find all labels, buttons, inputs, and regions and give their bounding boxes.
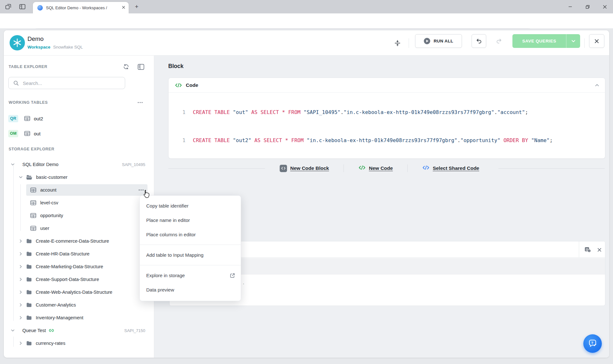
workspace-header: Demo Workspace Snowflake SQL RUN ALL SAV… (4, 30, 609, 56)
folder-icon (26, 302, 32, 307)
bucket-tag: SAPI_10495 (122, 162, 145, 167)
tree-label: account (40, 187, 57, 193)
chevron-right-icon[interactable] (18, 341, 23, 346)
tree-row-folder[interactable]: Create-E-commerce-Data-Structure (6, 235, 149, 247)
svg-text:?: ? (591, 341, 594, 345)
action-divider (407, 164, 408, 172)
menu-item-label: Add table to Input Mapping (146, 252, 203, 258)
app-page: Demo Workspace Snowflake SQL RUN ALL SAV… (0, 29, 613, 364)
tree-label: Create-Support-Data-Structure (36, 277, 99, 282)
save-queries-caret[interactable] (566, 34, 580, 48)
collapse-code-icon[interactable] (594, 82, 600, 88)
action-new-code-block[interactable]: New Code Block (280, 165, 329, 172)
undo-icon (476, 38, 482, 44)
divider-line (168, 168, 265, 169)
tree-label: Customer-Analytics (36, 302, 76, 307)
tree-row-folder-open[interactable]: basic-customer (6, 171, 149, 183)
header-divider-2 (584, 38, 585, 48)
chevron-down-icon[interactable] (10, 162, 15, 167)
chevron-right-icon[interactable] (18, 251, 23, 256)
split-view-icon[interactable] (392, 38, 403, 49)
table-info-icon[interactable] (583, 246, 592, 254)
menu-item-copy-table-identifier[interactable]: Copy table identifier (140, 199, 241, 213)
tree-label: Queue Test (22, 328, 46, 333)
chevron-right-icon[interactable] (18, 315, 23, 320)
chevron-right-icon[interactable] (18, 239, 23, 244)
menu-item-data-preview[interactable]: Data preview (140, 283, 241, 297)
sql-query-line[interactable]: 1CREATE TABLE "out" AS SELECT * FROM "SA… (169, 109, 605, 116)
tree-row-folder[interactable]: Customer-Analytics (6, 299, 149, 311)
vertical-tabs-icon[interactable] (18, 3, 26, 11)
tree-row-table[interactable]: user (6, 223, 149, 234)
menu-item-place-name-in-editor[interactable]: Place name in editor (140, 213, 241, 227)
tree-row-folder[interactable]: Inventory-Management (6, 312, 149, 323)
tree-row-project[interactable]: Queue TestSAPI_7150 (6, 325, 149, 336)
table-icon (30, 226, 36, 231)
chat-bubble-icon: ? (587, 338, 598, 349)
menu-item-add-table-to-input-mapping[interactable]: Add table to Input Mapping (140, 248, 241, 262)
tab-actions-icon[interactable] (4, 3, 12, 11)
close-workspace-button[interactable] (589, 34, 604, 48)
sql-code: CREATE TABLE "out2" AS SELECT * FROM "in… (193, 137, 553, 144)
tree-label: opportunity (40, 213, 63, 218)
sql-query-line[interactable]: 1CREATE TABLE "out2" AS SELECT * FROM "i… (169, 137, 605, 144)
tree-label: Create-E-commerce-Data-Structure (36, 239, 109, 244)
workspace-subtitle: Workspace Snowflake SQL (27, 45, 83, 49)
browser-tab[interactable]: SQL Editor Demo - Workspaces / (33, 2, 129, 13)
workspace-backend-label: Snowflake SQL (53, 45, 83, 49)
folder-icon (26, 251, 32, 256)
folder-icon (26, 315, 32, 320)
window-restore-button[interactable] (580, 0, 595, 13)
tab-title: SQL Editor Demo - Workspaces / (46, 5, 120, 10)
tree-label: level-csv (40, 200, 58, 205)
window-close-button[interactable] (597, 0, 612, 13)
menu-item-explore-in-storage[interactable]: Explore in storage (140, 268, 241, 283)
support-chat-button[interactable]: ? (583, 334, 602, 353)
redo-button[interactable] (492, 34, 506, 48)
save-queries-button[interactable]: SAVE QUERIES (512, 34, 580, 48)
new-tab-button[interactable]: + (132, 3, 141, 11)
undo-button[interactable] (472, 34, 486, 48)
tree-row-folder[interactable]: Create-Support-Data-Structure (6, 274, 149, 285)
chevron-down-icon[interactable] (18, 175, 23, 180)
chevron-right-icon[interactable] (18, 290, 23, 295)
tree-row-folder[interactable]: Create-Web-Analytics-Data-Structure (6, 286, 149, 298)
tree-row-project[interactable]: SQL Editor DemoSAPI_10495 (6, 159, 149, 170)
tab-close-icon[interactable] (122, 5, 125, 11)
play-icon (424, 38, 430, 44)
close-icon (594, 39, 599, 44)
chevron-down-icon (571, 40, 575, 42)
tree-row-table[interactable]: account (26, 184, 148, 196)
folder-open-icon (26, 175, 32, 180)
menu-item-place-columns-in-editor[interactable]: Place columns in editor (140, 227, 241, 242)
tree-row-table[interactable]: opportunity (6, 210, 149, 221)
tree-row-folder[interactable]: currency-rates (6, 337, 149, 349)
tree-row-folder[interactable]: Create-Marketing-Data-Structure (6, 261, 149, 272)
run-all-label: RUN ALL (434, 39, 453, 43)
folder-icon (26, 290, 32, 295)
table-icon (30, 213, 36, 218)
chevron-right-icon[interactable] (18, 264, 23, 269)
chevron-right-icon[interactable] (18, 302, 23, 307)
code-block-card: Code 1CREATE TABLE "out" AS SELECT * FRO… (168, 78, 605, 159)
window-minimize-button[interactable] (563, 0, 578, 13)
linked-bucket-icon (49, 328, 54, 333)
chevron-right-icon[interactable] (18, 277, 23, 282)
block-title: Block (168, 63, 184, 70)
browser-tab-strip: SQL Editor Demo - Workspaces / + (0, 0, 613, 13)
action-new-code[interactable]: New Code (359, 165, 393, 171)
redo-icon (496, 38, 502, 44)
chevron-down-icon[interactable] (10, 328, 15, 333)
folder-icon (26, 264, 32, 269)
line-number: 1 (169, 137, 185, 144)
browser-address-bar: https://connection.keboola.com/admin/pro… (0, 13, 613, 29)
tree-row-folder[interactable]: Create-HR-Data-Structure (6, 248, 149, 260)
run-all-button[interactable]: RUN ALL (415, 34, 462, 48)
tree-row-table[interactable]: level-csv (6, 197, 149, 209)
action-label: New Code (369, 165, 393, 171)
close-panel-icon[interactable] (595, 246, 604, 254)
action-select-shared-code[interactable]: Select Shared Code (422, 165, 479, 171)
menu-item-label: Place name in editor (146, 217, 190, 223)
code-block-header[interactable]: Code (169, 78, 605, 93)
divider-line (498, 168, 605, 169)
